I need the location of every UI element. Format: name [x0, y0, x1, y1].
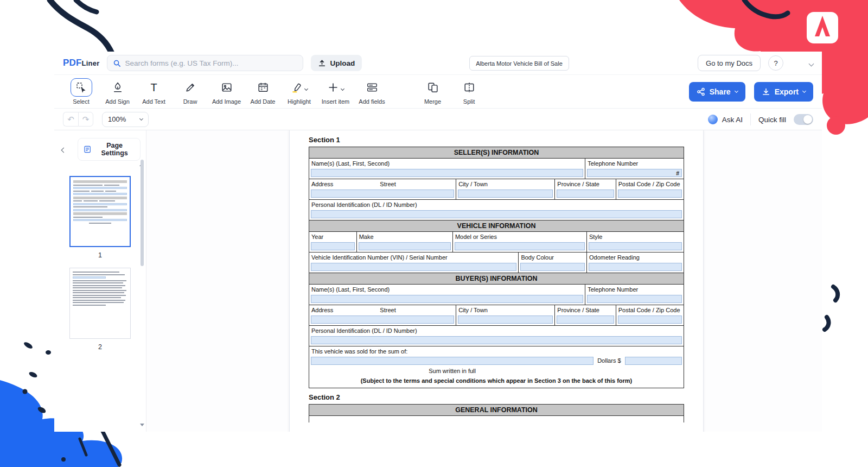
vehicle-make-label: Make [357, 232, 452, 241]
seller-information-header: SELLER(S) INFORMATION [309, 147, 684, 159]
vehicle-model-field[interactable] [455, 242, 585, 250]
buyer-address-field[interactable] [311, 315, 454, 324]
buyer-name-label: Name(s) (Last, First, Second) [309, 285, 585, 293]
tool-add-image[interactable]: Add Image [208, 78, 245, 105]
quick-fill-toggle[interactable] [794, 114, 813, 125]
page-thumbnail-2[interactable] [69, 268, 131, 339]
upload-button[interactable]: Upload [311, 55, 362, 71]
seller-province-field[interactable] [557, 190, 614, 198]
vehicle-year-field[interactable] [311, 242, 355, 250]
upload-label: Upload [330, 59, 355, 67]
panel-scrollbar[interactable] [139, 154, 145, 426]
buyer-province-field[interactable] [557, 315, 614, 324]
share-icon [697, 87, 705, 96]
collapse-panel-chevron-icon[interactable] [60, 142, 68, 156]
navy-dash-2 [28, 371, 38, 378]
seller-city-field[interactable] [458, 190, 553, 198]
tool-add-text[interactable]: T Add Text [136, 78, 172, 105]
form-fields-icon [366, 81, 378, 93]
pages-panel: Page Settings [54, 130, 146, 432]
help-button[interactable]: ? [768, 55, 783, 71]
seller-id-label: Personal Identification (DL / ID Number) [309, 200, 684, 209]
zoom-value: 100% [108, 115, 126, 123]
tool-add-sign[interactable]: Add Sign [99, 78, 136, 105]
seller-name-label: Name(s) (Last, First, Second) [309, 159, 585, 167]
select-cursor-icon [75, 81, 87, 93]
tool-label: Draw [183, 98, 197, 105]
seller-id-field[interactable] [311, 210, 682, 218]
page-settings-label: Page Settings [94, 142, 135, 157]
scroll-down-arrow-icon[interactable] [140, 424, 144, 426]
tool-select[interactable]: Select [63, 78, 99, 105]
export-button[interactable]: Export [754, 82, 813, 102]
tool-insert-item[interactable]: Insert item [317, 78, 354, 105]
search-input[interactable] [125, 59, 297, 67]
ask-ai-button[interactable]: Ask AI [708, 115, 743, 124]
vehicle-make-field[interactable] [359, 242, 451, 250]
vehicle-odometer-field[interactable] [589, 263, 682, 271]
tool-split[interactable]: Split [451, 78, 487, 105]
seller-postal-field[interactable] [618, 190, 682, 198]
vehicle-colour-label: Body Colour [519, 253, 586, 261]
vehicle-odometer-label: Odometer Reading [587, 253, 684, 261]
header-menu-chevron-icon[interactable] [809, 58, 813, 68]
select-tool-active-box [71, 78, 92, 97]
vehicle-colour-field[interactable] [520, 263, 585, 271]
seller-address-label: Address [311, 181, 333, 188]
logo-liner-text: Liner [82, 59, 100, 67]
dollars-label: Dollars $ [595, 357, 623, 364]
sold-for-sum-label: This vehicle was sold for the sum of: [309, 347, 684, 355]
page-settings-button[interactable]: Page Settings [78, 138, 141, 161]
tool-add-fields[interactable]: Add fields [354, 78, 390, 105]
buyer-street-label: Street [380, 307, 395, 314]
seller-name-field[interactable] [311, 169, 583, 177]
page1-thumbnail-preview [71, 177, 130, 227]
tool-merge[interactable]: Merge [414, 78, 451, 105]
vehicle-vin-field[interactable] [311, 263, 516, 271]
vehicle-vin-label: Vehicle Identification Number (VIN) / Se… [309, 253, 518, 261]
bill-of-sale-form: SELLER(S) INFORMATION Name(s) (Last, Fir… [309, 147, 684, 388]
sub-toolbar: ↶ ↷ 100% Ask AI Quick fill [54, 109, 822, 130]
navy-dash-1 [23, 341, 34, 350]
insert-item-chevron-icon[interactable] [341, 83, 344, 92]
general-information-table: GENERAL INFORMATION [309, 404, 684, 422]
scrollbar-thumb[interactable] [141, 160, 144, 266]
pdfliner-logo[interactable]: PDFLiner [63, 58, 99, 68]
go-to-my-docs-button[interactable]: Go to my Docs [698, 55, 761, 71]
signature-icon [112, 81, 124, 93]
dollars-amount-field[interactable] [625, 357, 682, 365]
buyer-information-header: BUYER(S) INFORMATION [309, 273, 684, 285]
tool-add-date[interactable]: Add Date [245, 78, 281, 105]
seller-address-field[interactable] [311, 190, 454, 198]
buyer-address-label: Address [311, 307, 333, 314]
tool-label: Select [73, 98, 90, 105]
search-icon [113, 59, 121, 67]
tool-label: Highlight [288, 98, 311, 105]
sum-written-field[interactable] [311, 357, 593, 365]
workspace: Page Settings [54, 130, 822, 432]
tool-draw[interactable]: Draw [172, 78, 208, 105]
buyer-id-field[interactable] [311, 336, 682, 344]
buyer-name-row: Name(s) (Last, First, Second) Telephone … [309, 285, 684, 305]
vehicle-style-field[interactable] [589, 242, 682, 250]
phone-format-hint: # [676, 170, 679, 176]
seller-phone-label: Telephone Number [585, 159, 684, 167]
redo-button[interactable]: ↷ [78, 112, 93, 127]
page-thumbnail-1[interactable] [69, 176, 131, 247]
share-button[interactable]: Share [689, 82, 745, 102]
buyer-city-label: City / Town [456, 306, 554, 314]
document-title-input[interactable] [469, 56, 569, 71]
buyer-id-row: Personal Identification (DL / ID Number) [309, 326, 684, 346]
buyer-postal-field[interactable] [618, 315, 682, 324]
undo-button[interactable]: ↶ [63, 112, 78, 127]
pen-icon [184, 81, 196, 93]
share-chevron-icon [735, 89, 738, 93]
buyer-name-field[interactable] [311, 295, 583, 303]
buyer-postal-label: Postal Code / Zip Code [616, 306, 684, 314]
highlight-chevron-icon[interactable] [305, 83, 308, 92]
tool-highlight[interactable]: Highlight [281, 78, 317, 105]
buyer-city-field[interactable] [458, 315, 553, 324]
seller-phone-field[interactable]: # [587, 169, 682, 177]
zoom-control[interactable]: 100% [102, 112, 149, 127]
buyer-phone-field[interactable] [587, 295, 682, 303]
